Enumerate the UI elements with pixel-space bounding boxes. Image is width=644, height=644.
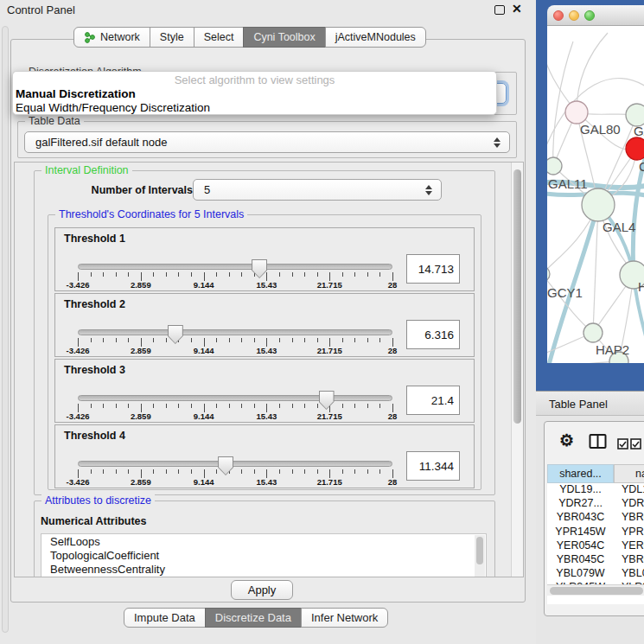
network-node[interactable] [582,188,615,221]
split-columns-icon[interactable] [589,433,608,454]
float-window-icon[interactable] [494,5,505,15]
tick-mark [367,272,368,277]
gear-icon[interactable]: ⚙ [559,432,574,450]
threshold-value-field[interactable] [406,254,460,284]
minimize-traffic-icon[interactable] [569,10,579,21]
table-row[interactable]: YBL079WYBL0 [547,567,644,581]
cell-shared-name[interactable]: YPR145W [547,526,614,539]
tick-label: -3.426 [67,280,90,290]
number-of-intervals-spinner[interactable]: 5 [193,179,442,201]
slider-thumb[interactable] [319,391,335,410]
tick-mark [367,469,368,474]
threshold-value-field[interactable] [406,386,460,415]
network-view-window[interactable]: GAL80GACGAL11GAL4GCY1HHAP2 [547,5,644,363]
settings-scrollbar[interactable] [511,163,523,577]
cell-name[interactable]: YDL1 [614,483,644,497]
checkbox-icon[interactable] [630,437,641,453]
algorithm-dropdown-popup: Select algorithm to view settings Manual… [12,71,497,115]
apply-button[interactable]: Apply [231,580,293,600]
table-row[interactable]: YDL19...YDL1 [547,483,644,497]
maximize-traffic-icon[interactable] [584,10,595,21]
threshold-value-field[interactable] [406,451,460,481]
cell-name[interactable]: YPR1 [614,526,644,539]
tick-label: 2.859 [131,411,151,421]
network-node[interactable] [547,157,562,175]
tick-mark [128,404,129,408]
slider-thumb[interactable] [252,259,267,278]
tick-label: 2.859 [131,280,151,290]
tick-label: 9.144 [194,280,214,290]
column-header-shared-name[interactable]: shared... [547,464,614,483]
close-icon[interactable]: ✕ [512,2,522,16]
cell-name[interactable]: YBR0 [614,511,644,525]
node-label: GCY1 [547,285,583,300]
cell-name[interactable]: YBR0 [614,553,644,567]
settings-scroll-panel: Interval Definition Number of Intervals … [14,162,524,577]
cell-shared-name[interactable]: YBR043C [547,511,614,525]
tab-jactivemnodules[interactable]: jActiveMNodules [325,27,426,48]
tab-network[interactable]: Network [73,27,150,48]
network-node[interactable] [565,101,588,124]
node-label: H [638,279,644,294]
slider-thumb[interactable] [218,456,233,475]
tick-mark [103,338,104,342]
dropdown-option-manual-discretization[interactable]: Manual Discretization [16,87,136,100]
tab-discretize-data[interactable]: Discretize Data [205,608,302,628]
tick-mark [91,338,92,342]
tab-label: Select [204,31,234,43]
table-row[interactable]: YPR145WYPR1 [547,526,644,539]
network-node[interactable] [547,266,550,282]
tick-mark [166,469,167,474]
slider-track[interactable] [78,264,392,270]
network-canvas[interactable]: GAL80GACGAL11GAL4GCY1HHAP2 [547,26,644,363]
slider-track[interactable] [78,329,392,335]
column-header-name[interactable]: na [614,464,644,483]
cell-shared-name[interactable]: YER054C [547,539,614,553]
network-window-titlebar[interactable] [547,5,644,26]
close-traffic-icon[interactable] [553,10,564,21]
table-row[interactable]: YER054CYER0 [547,539,644,553]
tab-style[interactable]: Style [150,27,194,48]
tick-label: 2.859 [131,346,151,355]
cell-shared-name[interactable]: YDL19... [547,483,614,497]
tick-mark [254,469,255,474]
checkbox-icon[interactable] [617,437,628,453]
tick-mark [304,338,305,342]
cell-shared-name[interactable]: YDR27... [547,497,614,511]
table-row[interactable]: YBR045CYBR0 [547,553,644,567]
tab-cyni-toolbox[interactable]: Cyni Toolbox [243,27,325,48]
tick-mark [354,469,355,474]
cell-shared-name[interactable]: YBL079W [547,567,614,581]
attribute-list-item[interactable]: TopologicalCoefficient [41,548,486,562]
spinner-value: 5 [194,183,210,196]
cell-shared-name[interactable]: YBR045C [547,553,614,567]
network-node[interactable] [583,323,603,342]
table-horizontal-scrollbar[interactable] [547,584,644,596]
tab-infer-network[interactable]: Infer Network [301,608,388,628]
slider-track[interactable] [78,395,392,401]
tab-select[interactable]: Select [194,27,245,48]
slider-track[interactable] [78,461,392,467]
node-label: C [639,159,644,174]
cell-name[interactable]: YER0 [614,539,644,553]
tick-mark [153,404,154,408]
network-node[interactable] [626,137,644,160]
table-toolbar: ⚙ [545,422,644,463]
node-label: GA [634,124,644,138]
tick-label: -3.426 [67,477,90,487]
cell-name[interactable]: YBL0 [614,567,644,581]
attributes-scrollbar[interactable] [475,535,485,577]
tab-impute-data[interactable]: Impute Data [124,608,206,628]
table-row[interactable]: YBR043CYBR0 [547,511,644,525]
table-row[interactable]: YDR27...YDR2 [547,497,644,511]
attribute-list-item[interactable]: BetweennessCentrality [41,562,486,576]
table-data-combobox[interactable]: galFiltered.sif default node [24,131,510,153]
tick-mark [342,469,343,474]
threshold-value-field[interactable] [406,320,460,349]
cell-name[interactable]: YDR2 [614,497,644,511]
attribute-list-item[interactable]: SelfLoops [41,534,486,548]
control-panel: Control Panel ✕ Network Style Select Cyn… [0,0,536,644]
dropdown-option-equal-width-frequency[interactable]: Equal Width/Frequency Discretization [16,101,210,114]
numerical-attributes-list[interactable]: SelfLoopsTopologicalCoefficientBetweenne… [41,533,487,577]
slider-thumb[interactable] [168,325,183,344]
